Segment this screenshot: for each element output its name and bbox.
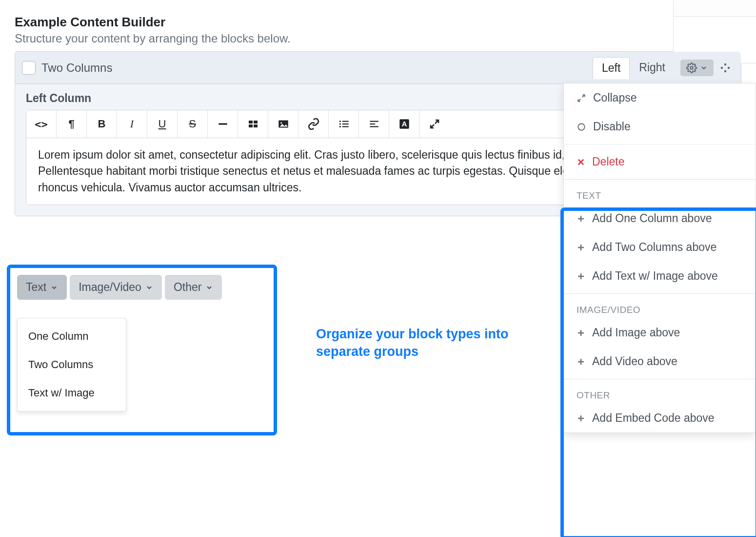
underline-icon: U [159, 118, 166, 130]
callout-text: Organize your block types into separate … [316, 325, 560, 361]
chip-label: Image/Video [79, 281, 141, 294]
underline-button[interactable]: U [147, 110, 178, 138]
strikethrough-icon: S [189, 118, 196, 130]
svg-point-12 [339, 121, 340, 122]
strikethrough-button[interactable]: S [178, 110, 208, 138]
block-label: Two Columns [41, 61, 593, 75]
svg-rect-20 [370, 126, 378, 127]
dropdown-item[interactable]: One Column [18, 322, 126, 351]
menu-item-add[interactable]: Add Video above [564, 347, 756, 376]
image-button[interactable] [268, 110, 298, 138]
menu-label: Add Embed Code above [592, 412, 715, 425]
text-a-icon: A [398, 118, 411, 130]
drag-icon [719, 62, 731, 74]
svg-rect-18 [370, 121, 378, 122]
menu-group-label: IMAGE/VIDEO [564, 297, 756, 318]
code-icon: <> [35, 118, 48, 130]
chip-row: Text Image/Video Other [17, 275, 267, 300]
menu-item-collapse[interactable]: Collapse [564, 83, 756, 112]
menu-item-add[interactable]: Add One Column above [564, 204, 756, 233]
menu-item-disable[interactable]: Disable [564, 112, 756, 141]
align-button[interactable] [359, 110, 389, 138]
expand-icon [429, 118, 440, 130]
menu-label: Add One Column above [592, 212, 712, 225]
horizontal-rule-button[interactable] [208, 110, 238, 138]
plus-icon [577, 272, 585, 281]
menu-label: Add Text w/ Image above [592, 269, 718, 283]
chip-text[interactable]: Text [17, 275, 67, 300]
svg-point-2 [721, 66, 723, 68]
italic-button[interactable]: I [117, 110, 147, 138]
plus-icon [577, 357, 585, 366]
svg-rect-9 [254, 124, 258, 127]
chip-label: Text [26, 281, 46, 294]
tab-right[interactable]: Right [630, 57, 675, 79]
plus-icon [577, 414, 585, 423]
text-color-button[interactable]: A [389, 110, 419, 138]
fullscreen-button[interactable] [419, 110, 450, 138]
dropdown-item[interactable]: Text w/ Image [18, 379, 126, 407]
chevron-down-icon [700, 64, 708, 72]
menu-item-add[interactable]: Add Embed Code above [564, 404, 756, 433]
plus-icon [577, 329, 585, 337]
chip-other[interactable]: Other [165, 275, 222, 300]
chip-image-video[interactable]: Image/Video [70, 275, 162, 300]
menu-item-delete[interactable]: Delete [564, 147, 756, 176]
block-checkbox[interactable] [22, 61, 36, 75]
chevron-down-icon [205, 284, 213, 291]
menu-label: Delete [592, 155, 624, 168]
gear-menu-panel: Collapse Disable Delete TEXT Add One Col… [563, 83, 756, 433]
svg-rect-17 [342, 126, 348, 127]
list-button[interactable] [329, 110, 359, 138]
bold-button[interactable]: B [87, 110, 117, 138]
page-title: Example Content Builder [0, 0, 756, 32]
block-header: Two Columns Left Right [15, 52, 741, 84]
link-button[interactable] [298, 110, 329, 138]
svg-rect-13 [342, 121, 348, 122]
svg-rect-7 [254, 121, 258, 124]
menu-label: Disable [593, 120, 631, 133]
svg-point-14 [339, 123, 340, 124]
link-icon [307, 118, 320, 130]
svg-point-16 [339, 126, 340, 127]
collapse-icon [577, 93, 586, 103]
menu-label: Collapse [593, 91, 637, 104]
tabs: Left Right [593, 57, 734, 79]
list-icon [338, 118, 350, 130]
paragraph-button[interactable]: ¶ [57, 110, 87, 138]
menu-label: Add Image above [592, 326, 680, 339]
tab-left[interactable]: Left [593, 57, 630, 79]
svg-point-0 [690, 66, 693, 69]
menu-label: Add Two Columns above [592, 241, 716, 254]
pilcrow-icon: ¶ [68, 118, 74, 130]
svg-point-23 [578, 124, 584, 130]
svg-point-4 [724, 70, 726, 72]
image-icon [277, 118, 290, 130]
menu-item-add[interactable]: Add Two Columns above [564, 233, 756, 262]
gear-icon [686, 62, 697, 73]
svg-point-1 [724, 63, 726, 65]
gear-button[interactable] [680, 60, 714, 76]
svg-text:A: A [401, 120, 407, 128]
page-subtitle: Structure your content by arranging the … [0, 32, 756, 51]
dropdown-item[interactable]: Two Columns [18, 351, 126, 379]
plus-icon [577, 243, 585, 252]
align-icon [368, 118, 380, 130]
svg-rect-19 [370, 124, 375, 124]
svg-rect-8 [249, 124, 253, 127]
svg-point-11 [280, 122, 282, 124]
circle-icon [577, 122, 586, 132]
bold-icon: B [98, 118, 106, 130]
chip-label: Other [174, 281, 202, 294]
svg-rect-15 [342, 124, 348, 124]
move-button[interactable] [716, 59, 734, 77]
menu-item-add[interactable]: Add Text w/ Image above [564, 262, 756, 290]
code-view-button[interactable]: <> [26, 110, 57, 138]
chevron-down-icon [145, 284, 153, 291]
svg-rect-6 [249, 121, 253, 124]
menu-item-add[interactable]: Add Image above [564, 318, 756, 347]
minus-icon [217, 118, 229, 130]
table-button[interactable] [238, 110, 268, 138]
chip-dropdown: One Column Two Columns Text w/ Image [17, 318, 126, 412]
group-chips-highlight: Text Image/Video Other One Column Two Co… [7, 265, 277, 435]
